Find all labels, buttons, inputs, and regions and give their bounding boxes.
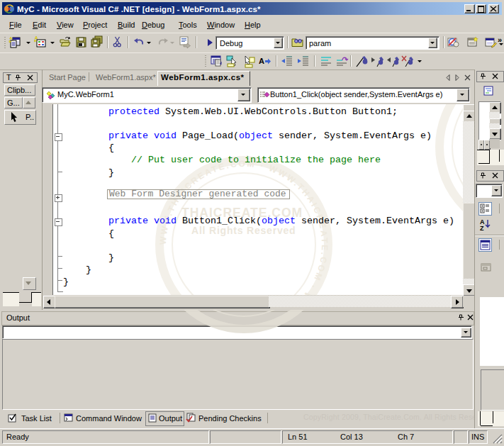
svg-text:Z: Z bbox=[480, 225, 484, 232]
svg-text:A: A bbox=[259, 57, 264, 65]
